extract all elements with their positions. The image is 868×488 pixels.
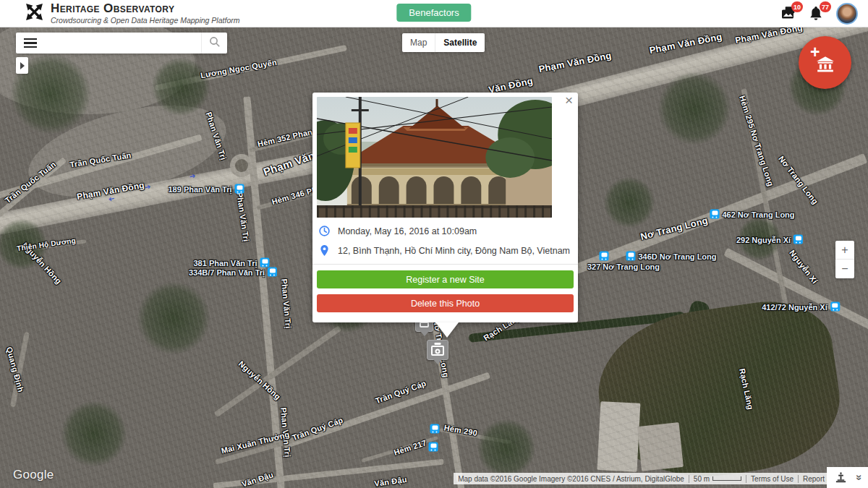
bus-icon xyxy=(235,184,244,194)
app: Heritage Observatory Crowdsourcing & Ope… xyxy=(0,0,868,488)
app-title: Heritage Observatory xyxy=(51,2,239,15)
terrain-patch xyxy=(637,422,684,471)
photos-badge: 10 xyxy=(791,1,803,12)
road xyxy=(10,332,30,407)
search-icon xyxy=(209,36,221,51)
right-triangle-icon xyxy=(20,62,25,69)
attribution-bar: Map data ©2016 Google Imagery ©2016 CNES… xyxy=(454,473,827,484)
street-label: Phan Văn Trị xyxy=(280,278,293,329)
zoom-control: + − xyxy=(835,241,854,278)
bus-stop-label: 189 Phan Văn Trị xyxy=(168,184,231,193)
bus-icon xyxy=(710,210,719,219)
bus-stop-marker[interactable]: 292 Nguyễn Xí xyxy=(736,235,803,244)
bus-stop-marker[interactable]: 381 Phan Văn Trị xyxy=(193,258,269,267)
report-map-error-link[interactable]: Report a map error xyxy=(798,475,827,483)
vegetation-patch xyxy=(658,72,731,145)
zoom-in-button[interactable]: + xyxy=(835,241,854,260)
street-label: Văn Đậu xyxy=(374,475,408,488)
search-button[interactable] xyxy=(201,33,227,53)
bus-icon[interactable] xyxy=(430,424,440,434)
menu-button[interactable] xyxy=(16,33,45,53)
map-type-satellite[interactable]: Satellite xyxy=(435,33,485,52)
brand-text: Heritage Observatory Crowdsourcing & Ope… xyxy=(51,2,239,25)
bus-stop-label: 292 Nguyễn Xí xyxy=(736,235,791,244)
road xyxy=(243,96,284,488)
header: Heritage Observatory Crowdsourcing & Ope… xyxy=(0,0,868,27)
photo-stack-icon xyxy=(780,11,797,23)
map-data-attribution: Map data ©2016 Google Imagery ©2016 CNES… xyxy=(454,475,689,483)
avatar[interactable] xyxy=(836,3,858,25)
benefactors-button[interactable]: Benefactors xyxy=(396,4,471,22)
clock-icon xyxy=(318,225,331,237)
road xyxy=(361,436,438,463)
app-subtitle: Crowdsourcing & Open Data Heritage Mappi… xyxy=(51,16,239,25)
notifications-button[interactable]: 77 xyxy=(808,5,825,22)
bus-icon xyxy=(793,235,803,244)
google-logo: Google xyxy=(13,468,54,482)
vegetation-patch xyxy=(61,401,127,466)
terrain-patch xyxy=(597,401,641,472)
sidebar-expand-button[interactable] xyxy=(16,57,28,74)
bus-stop-label: 327 Nơ Trang Long xyxy=(587,262,660,271)
terms-of-use-link[interactable]: Terms of Use xyxy=(746,475,798,483)
vegetation-patch xyxy=(477,419,535,477)
search-input[interactable] xyxy=(45,33,201,53)
scale-value: 50 m xyxy=(694,475,710,483)
bus-stop-marker[interactable]: 189 Phan Văn Trị xyxy=(168,184,244,194)
bus-stop-label: 462 Nơ Trang Long xyxy=(722,210,794,218)
road xyxy=(213,459,444,488)
street-label: Nguyễn Xí xyxy=(788,248,820,285)
bus-icon xyxy=(268,267,277,277)
bus-icon[interactable] xyxy=(600,252,609,261)
zoom-out-button[interactable]: − xyxy=(835,260,854,278)
map-canvas[interactable]: Lương Ngọc QuyếnPhạm Văn ĐồngPhạm Văn Đồ… xyxy=(0,27,868,488)
divider xyxy=(312,264,578,265)
vegetation-patch xyxy=(152,58,210,116)
photos-button[interactable]: 10 xyxy=(780,5,797,22)
monument-icon[interactable] xyxy=(835,472,847,483)
header-actions: 10 77 xyxy=(780,0,858,27)
scale-bar xyxy=(712,476,741,481)
bus-icon xyxy=(830,302,840,312)
bus-stop-marker[interactable]: 334B/7 Phan Văn Trị xyxy=(189,267,277,277)
vegetation-patch xyxy=(604,177,655,228)
scale-control: 50 m xyxy=(689,475,746,483)
bus-stop-marker[interactable]: 346D Nơ Trang Long xyxy=(626,252,716,261)
bus-stop-marker[interactable]: 412/72 Nguyễn Xí xyxy=(762,302,840,312)
photo-popup: × xyxy=(312,93,578,322)
bell-icon xyxy=(808,12,824,24)
road xyxy=(214,325,342,417)
collapse-icon[interactable]: « xyxy=(851,474,864,480)
map-type-map[interactable]: Map xyxy=(402,33,435,52)
bus-icon xyxy=(260,258,270,267)
heritage-photo[interactable] xyxy=(317,97,552,218)
camera-icon xyxy=(435,343,441,345)
road xyxy=(215,432,314,465)
street-label: Hẻm 295 Nơ Trang Long xyxy=(738,95,775,188)
street-label: Phan Văn Trị xyxy=(235,192,250,242)
brand[interactable]: Heritage Observatory Crowdsourcing & Ope… xyxy=(25,2,239,25)
bus-stop-marker[interactable]: 462 Nơ Trang Long xyxy=(710,210,794,219)
register-site-button[interactable]: Register a new Site xyxy=(317,270,574,288)
add-heritage-site-button[interactable]: + xyxy=(799,36,851,89)
notifications-badge: 77 xyxy=(820,1,831,12)
photo-marker-selected[interactable] xyxy=(427,340,448,360)
street-label: Phạm Văn Đồng xyxy=(537,50,612,74)
date-row: Monday, May 16, 2016 at 10:09am xyxy=(318,225,572,237)
vegetation-patch xyxy=(137,282,210,354)
bus-icon[interactable] xyxy=(429,442,438,452)
bus-stop-marker[interactable]: 327 Nơ Trang Long xyxy=(587,262,660,271)
logo-icon xyxy=(25,2,44,25)
bus-icon xyxy=(626,252,635,261)
search-box xyxy=(16,33,227,53)
bus-stop-label: 412/72 Nguyễn Xí xyxy=(762,302,827,311)
bus-stop-label: 381 Phan Văn Trị xyxy=(193,258,257,267)
roundabout xyxy=(230,154,253,177)
delete-photo-button[interactable]: Delete this Photo xyxy=(317,294,574,312)
address-row: 12, Bình Thạnh, Hồ Chí Minh city, Đông N… xyxy=(318,244,572,257)
location-pin-icon xyxy=(318,244,331,257)
close-icon[interactable]: × xyxy=(565,93,573,108)
museum-icon xyxy=(816,56,835,72)
photo-address: 12, Bình Thạnh, Hồ Chí Minh city, Đông N… xyxy=(338,246,570,256)
road xyxy=(284,372,491,449)
